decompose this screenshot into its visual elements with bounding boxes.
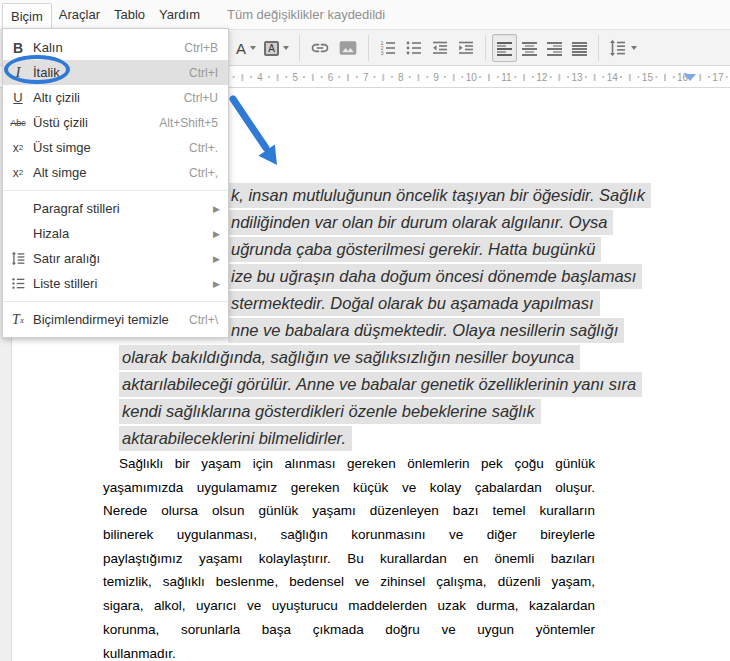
insert-image-button[interactable] [334,34,362,62]
ruler-number: 10 [464,72,479,83]
strikethrough-icon: Abc [3,118,33,128]
google-docs-window: { "menubar": { "items": [ {"label": "Biç… [0,0,730,661]
superscript-icon: x2 [3,141,33,155]
selected-text-line: aktarabileceklerini bilmelidirler. [119,426,352,451]
align-right-button[interactable] [542,34,567,62]
highlight-color-button[interactable]: A [260,34,293,62]
ruler-number: 13 [569,72,584,83]
selected-text-line: kendi sağlıklarına gösterdikleri özenle … [119,399,541,424]
text-color-icon: A [236,42,246,55]
menu-separator [3,301,228,302]
selected-text-line: olarak bakıldığında, sağlığın ve sağlıks… [119,345,580,370]
submenu-arrow-icon [213,204,220,214]
text-line: paylaştığımız yaşamı kolaylaştırır. Bu k… [103,547,595,571]
selected-text-line: k, insan mutluluğunun öncelik taşıyan bi… [228,183,651,208]
numbered-list-button[interactable]: 123 [375,34,401,62]
right-indent-marker[interactable] [684,74,696,81]
ruler-number: 7 [361,72,371,83]
paragraph: Sağlıklı bir yaşam için alınması gereken… [103,452,595,661]
decrease-indent-button[interactable] [427,34,453,62]
text-line: Nerede olursa olsun günlük yaşamı düzenl… [103,499,595,523]
chevron-down-icon [250,46,256,50]
ruler-number: 9 [431,72,441,83]
insert-link-button[interactable] [306,34,334,62]
align-right-icon [546,40,563,57]
outdent-icon [431,39,449,57]
ruler-number: 12 [534,72,549,83]
bold-icon: B [3,40,33,56]
selected-text-line: ize bu uğraşın daha doğum öncesi dönemde… [228,264,642,289]
list-styles-icon [3,276,33,291]
ruler-number: 14 [605,72,620,83]
numbered-list-icon: 123 [379,39,397,57]
selected-text-line: ndiliğinden var olan bir durum olarak al… [228,210,613,235]
ruler-number: 6 [326,72,336,83]
toolbar-separator [598,35,599,61]
menu-item-subscript[interactable]: x2 Alt simge Ctrl+, [3,160,228,185]
text-line: temizlik, sağlıklı beslenme, bedensel ve… [103,570,595,594]
menu-item-superscript[interactable]: x2 Üst simge Ctrl+. [3,135,228,160]
menu-item-underline[interactable]: U Altı çizili Ctrl+U [3,85,228,110]
line-spacing-icon [609,39,627,57]
menu-item-line-spacing[interactable]: Satır aralığı [3,246,228,271]
selected-text-line: uğrunda çaba gösterilmesi gerekir. Hatta… [228,237,601,262]
align-center-icon [521,40,538,57]
menu-table[interactable]: Tablo [107,0,152,29]
submenu-arrow-icon [213,229,220,239]
ruler-number: 5 [290,72,300,83]
menu-help[interactable]: Yardım [152,0,207,29]
line-spacing-button[interactable] [605,34,641,62]
highlight-color-icon: A [264,41,279,56]
submenu-arrow-icon [213,279,220,289]
menu-format[interactable]: Biçim [2,3,52,30]
underline-icon: U [3,90,33,105]
bulleted-list-icon [405,39,423,57]
text-line: korunma, sorunlarla başa çıkmada doğru v… [103,618,595,642]
text-line: kullanmadır. [103,642,595,661]
text-color-button[interactable]: A [232,34,260,62]
ruler-number: 4 [255,72,265,83]
submenu-arrow-icon [213,254,220,264]
chevron-down-icon [283,46,289,50]
save-status: Tüm değişiklikler kaydedildi [227,7,385,22]
text-line: Sağlıklı bir yaşam için alınması gereken… [103,452,595,476]
line-spacing-icon [3,251,33,266]
chevron-down-icon [631,46,637,50]
align-left-button[interactable] [492,34,517,62]
svg-text:3: 3 [381,50,384,56]
menu-separator [3,190,228,191]
ruler-number: 17 [710,72,725,83]
menu-item-list-styles[interactable]: Liste stilleri [3,271,228,296]
justify-icon [571,40,588,57]
ruler-number: 15 [640,72,655,83]
arrow-annotation [225,90,295,175]
align-center-button[interactable] [517,34,542,62]
toolbar-separator [485,35,486,61]
increase-indent-button[interactable] [453,34,479,62]
text-line: bilinerek uygulanması, sağlığın korunmas… [103,523,595,547]
justify-button[interactable] [567,34,592,62]
menu-tools[interactable]: Araçlar [52,0,107,29]
ruler-number: 11 [499,72,513,83]
toolbar-separator [368,35,369,61]
text-line: sigara, alkol, uyarıcı ve uyuşturucu mad… [103,594,595,618]
clear-formatting-icon: Tx [3,312,33,328]
menu-bar: Biçim Araçlar Tablo Yardım Tüm değişikli… [0,0,730,29]
selected-text-line: nne ve babalara düşmektedir. Olaya nesil… [228,318,624,343]
toolbar-separator [299,35,300,61]
selected-text-line: aktarılabileceği görülür. Anne ve babala… [119,372,642,397]
menu-item-clear-formatting[interactable]: Tx Biçimlendirmeyi temizle Ctrl+\ [3,307,228,332]
image-icon [338,38,358,58]
menu-item-strikethrough[interactable]: Abc Üstü çizili Alt+Shift+5 [3,110,228,135]
text-line: yaşamımızda uygulamamız gereken küçük ve… [103,476,595,500]
menu-item-paragraph-styles[interactable]: Paragraf stilleri [3,196,228,221]
subscript-icon: x2 [3,166,33,180]
highlight-circle-annotation [4,55,70,84]
align-left-icon [496,40,513,57]
menu-item-align[interactable]: Hizala [3,221,228,246]
selected-text-line: stermektedir. Doğal olarak bu aşamada ya… [228,291,600,316]
link-icon [310,38,330,58]
ruler-number: 8 [396,72,406,83]
indent-icon [457,39,475,57]
bulleted-list-button[interactable] [401,34,427,62]
